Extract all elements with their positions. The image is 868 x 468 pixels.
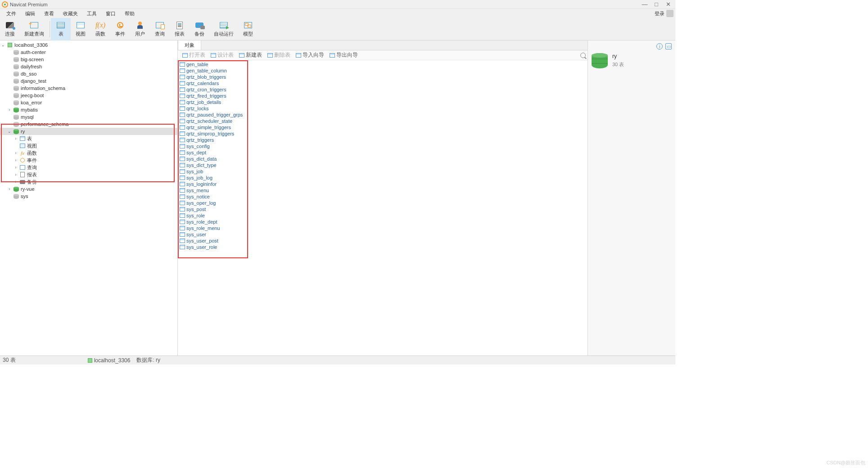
table-row[interactable]: qrtz_triggers (180, 137, 586, 143)
db-mysql[interactable]: mysql (0, 113, 177, 121)
objbar-删除表: 删除表 (265, 51, 293, 59)
db-django_test[interactable]: django_test (0, 77, 177, 85)
ry-child-函数[interactable]: ›fx函数 (0, 149, 177, 157)
table-name: sys_menu (186, 188, 209, 193)
table-row[interactable]: sys_job (180, 168, 586, 175)
table-row[interactable]: qrtz_cron_triggers (180, 86, 586, 93)
table-row[interactable]: sys_logininfor (180, 181, 586, 187)
table-row[interactable]: sys_post (180, 206, 586, 212)
ry-child-视图[interactable]: 视图 (0, 142, 177, 149)
db-jeecg-boot[interactable]: jeecg-boot (0, 92, 177, 99)
detail-view-icon[interactable]: ▭ (665, 43, 672, 50)
menu-窗口[interactable]: 窗口 (101, 10, 120, 17)
table-icon (180, 68, 185, 73)
info-icon[interactable]: i (656, 43, 663, 50)
db-information_schema[interactable]: information_schema (0, 85, 177, 92)
table-row[interactable]: sys_notice (180, 194, 586, 200)
db-mybatis[interactable]: ›mybatis (0, 106, 177, 113)
db-dailyfresh[interactable]: dailyfresh (0, 63, 177, 70)
toolbar-view[interactable]: 视图 (71, 18, 90, 40)
table-row[interactable]: sys_config (180, 143, 586, 149)
tree-icon (14, 93, 19, 98)
db-sys[interactable]: sys (0, 193, 177, 200)
table-row[interactable]: qrtz_job_details (180, 99, 586, 105)
menu-收藏夹[interactable]: 收藏夹 (59, 10, 82, 17)
toolbar-auto[interactable]: 自动运行 (209, 18, 238, 40)
table-row[interactable]: gen_table (180, 61, 586, 68)
toolbar-user[interactable]: 用户 (130, 18, 150, 40)
connection-tree[interactable]: ⌄localhost_3306auth-centerbig-screendail… (0, 40, 178, 356)
connection-node[interactable]: ⌄localhost_3306 (0, 41, 177, 49)
toolbar-model[interactable]: 模型 (238, 18, 258, 40)
objbar-导入向导[interactable]: 导入向导 (293, 51, 327, 59)
table-row[interactable]: sys_menu (180, 187, 586, 194)
db-ry-vue[interactable]: ›ry-vue (0, 185, 177, 193)
ry-child-报表[interactable]: ›报表 (0, 171, 177, 178)
function-icon: f(x) (95, 21, 105, 29)
table-row[interactable]: qrtz_fired_triggers (180, 93, 586, 99)
menu-文件[interactable]: 文件 (2, 10, 21, 17)
maximize-button[interactable]: □ (654, 2, 659, 7)
tree-icon (14, 72, 19, 76)
objbar-导出向导[interactable]: 导出向导 (327, 51, 361, 59)
table-icon (180, 106, 185, 111)
table-row[interactable]: sys_dict_data (180, 156, 586, 162)
table-row[interactable]: qrtz_simprop_triggers (180, 130, 586, 137)
table-row[interactable]: qrtz_locks (180, 105, 586, 112)
table-row[interactable]: qrtz_paused_trigger_grps (180, 112, 586, 118)
table-row[interactable]: sys_role_menu (180, 225, 586, 231)
table-name: gen_table_column (186, 68, 227, 73)
objbar-设计表: 设计表 (208, 51, 236, 59)
table-name: qrtz_triggers (186, 137, 214, 143)
toolbar-newquery[interactable]: 新建查询 (20, 18, 49, 40)
table-row[interactable]: sys_role (180, 212, 586, 219)
ry-child-表[interactable]: ›表 (0, 135, 177, 142)
db-performance_schema[interactable]: performance_schema (0, 121, 177, 128)
table-name: qrtz_calendars (186, 81, 219, 86)
menu-编辑[interactable]: 编辑 (21, 10, 40, 17)
table-row[interactable]: sys_oper_log (180, 200, 586, 206)
table-row[interactable]: sys_user (180, 231, 586, 238)
login-link[interactable]: 登录 (655, 10, 665, 17)
table-row[interactable]: sys_dept (180, 149, 586, 156)
toolbar-report[interactable]: 报表 (170, 18, 190, 40)
menu-工具[interactable]: 工具 (82, 10, 101, 17)
table-row[interactable]: sys_user_post (180, 238, 586, 244)
table-row[interactable]: sys_dict_type (180, 162, 586, 168)
toolbar-backup[interactable]: 备份 (190, 18, 209, 40)
table-list[interactable]: gen_tablegen_table_columnqrtz_blob_trigg… (178, 60, 588, 356)
ry-child-查询[interactable]: ›查询 (0, 164, 177, 171)
toolbar-table[interactable]: 表 (51, 18, 71, 40)
table-row[interactable]: sys_user_role (180, 244, 586, 250)
table-row[interactable]: gen_table_column (180, 68, 586, 74)
toolbar-query[interactable]: 查询 (150, 18, 170, 40)
db-db_sso[interactable]: db_sso (0, 70, 177, 77)
table-icon (57, 22, 65, 28)
tree-label: 报表 (27, 171, 37, 178)
db-ry[interactable]: ⌄ry (0, 128, 177, 135)
toolbar-function[interactable]: f(x)函数 (90, 18, 110, 40)
objbar-新建表[interactable]: 新建表 (236, 51, 265, 59)
menu-查看[interactable]: 查看 (40, 10, 59, 17)
table-row[interactable]: sys_job_log (180, 175, 586, 181)
db-koa_error[interactable]: koa_error (0, 99, 177, 106)
db-big-screen[interactable]: big-screen (0, 56, 177, 63)
minimize-button[interactable]: ― (642, 2, 647, 7)
table-row[interactable]: qrtz_blob_triggers (180, 74, 586, 80)
toolbar-event[interactable]: 事件 (110, 18, 130, 40)
tab-objects[interactable]: 对象 (178, 40, 201, 50)
search-icon[interactable] (580, 53, 586, 58)
toolbar-connect[interactable]: 连接 (0, 18, 20, 40)
toolbar-label: 模型 (243, 31, 253, 37)
table-row[interactable]: qrtz_calendars (180, 80, 586, 86)
table-action-icon (296, 53, 301, 58)
table-row[interactable]: sys_role_dept (180, 219, 586, 225)
db-auth-center[interactable]: auth-center (0, 49, 177, 56)
ry-child-事件[interactable]: ›事件 (0, 157, 177, 164)
table-row[interactable]: qrtz_simple_triggers (180, 124, 586, 130)
ry-child-备份[interactable]: ›备份 (0, 178, 177, 185)
avatar-icon[interactable] (666, 10, 674, 17)
menu-帮助[interactable]: 帮助 (120, 10, 139, 17)
table-row[interactable]: qrtz_scheduler_state (180, 118, 586, 124)
close-button[interactable]: ✕ (665, 2, 671, 7)
